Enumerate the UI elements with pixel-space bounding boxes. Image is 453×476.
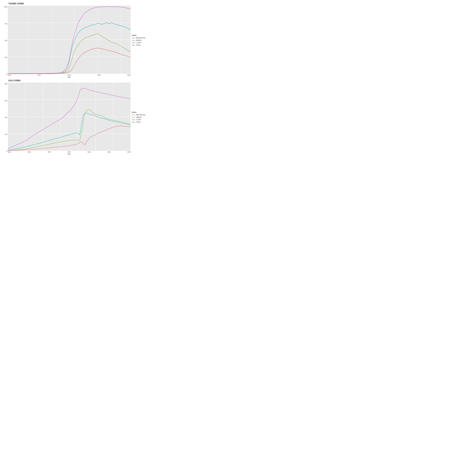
young-coins-area: YOUNG COINS 1000 750 500 250 0 [1, 2, 131, 78]
x-tick: 2016 [48, 151, 51, 153]
legend-line-simple [132, 40, 135, 41]
x-tick: 2020 [127, 74, 131, 76]
young-coins-x-ticks: 2016 2017 2018 2019 2020 [8, 74, 131, 76]
legend-label-one-cent-2: 1 CENT [136, 119, 141, 121]
young-coins-plot-and-x: 2016 2017 2018 2019 2020 Year [8, 6, 131, 78]
y-label: 750 [5, 23, 7, 25]
legend-label-total-2: TOTAL [136, 121, 141, 123]
old-coins-x-label: Year [68, 153, 71, 155]
legend-item-one-cent-2: 1 CENT [132, 119, 149, 121]
young-coins-legend: Series RESTRICTED SIMPLE 1 CENT TOTAL [131, 2, 150, 78]
legend-item-restricted-2: RESTRICTED [132, 114, 149, 116]
old-coins-x-axis: 2014 2015 2016 2017 2018 2019 2020 Year [8, 151, 131, 155]
young-coins-title: YOUNG COINS [8, 2, 131, 5]
old-coins-y-axis: 800 600 400 200 0 [1, 83, 8, 155]
old-coins-plot [8, 83, 131, 151]
x-tick: 2019 [98, 74, 101, 76]
y-label: 0 [6, 73, 7, 75]
legend-line-total [132, 45, 135, 45]
x-tick: 2016 [8, 74, 11, 76]
legend-label-restricted-2: RESTRICTED [136, 114, 145, 116]
old-coins-title: OLD COINS [8, 79, 131, 82]
young-coins-svg [8, 6, 131, 74]
legend-label-total: TOTAL [136, 44, 141, 46]
x-tick: 2020 [127, 151, 131, 153]
young-coins-legend-title: Series [132, 34, 149, 36]
old-coins-chart: OLD COINS 800 600 400 200 0 [1, 79, 150, 155]
legend-label-one-cent: 1 CENT [136, 42, 141, 44]
old-coins-plot-and-x: 2014 2015 2016 2017 2018 2019 2020 Year [8, 83, 131, 155]
legend-label-simple-2: SIMPLE [136, 117, 141, 118]
x-tick: 2019 [107, 151, 111, 153]
y-label: 800 [5, 83, 7, 85]
legend-item-simple-2: SIMPLE [132, 117, 149, 118]
x-tick: 2018 [68, 74, 71, 76]
legend-line-total-2 [132, 122, 135, 122]
old-coins-inner: 800 600 400 200 0 [1, 83, 131, 155]
legend-item-restricted: RESTRICTED [132, 37, 149, 39]
young-coins-plot [8, 6, 131, 74]
y-label: 500 [5, 40, 7, 41]
young-coins-x-label: Year [68, 76, 71, 78]
y-label: 0 [6, 150, 7, 152]
old-coins-legend-title: Series [132, 111, 149, 113]
young-coins-chart: YOUNG COINS 1000 750 500 250 0 [1, 2, 150, 78]
legend-item-total-2: TOTAL [132, 121, 149, 123]
x-tick: 2015 [28, 151, 31, 153]
legend-item-simple: SIMPLE [132, 40, 149, 41]
old-coins-svg [8, 83, 131, 151]
legend-item-one-cent: 1 CENT [132, 42, 149, 44]
old-coins-x-ticks: 2014 2015 2016 2017 2018 2019 2020 [8, 151, 131, 153]
x-tick: 2017 [38, 74, 41, 76]
y-label: 400 [5, 117, 7, 118]
y-label: 600 [5, 100, 7, 102]
legend-item-total: TOTAL [132, 44, 149, 46]
y-label: 200 [5, 134, 7, 135]
young-coins-inner: 1000 750 500 250 0 [1, 6, 131, 78]
x-tick: 2014 [8, 151, 11, 153]
x-tick: 2017 [68, 151, 71, 153]
legend-label-restricted: RESTRICTED [136, 37, 145, 39]
young-coins-y-axis: 1000 750 500 250 0 [1, 6, 8, 78]
legend-line-one-cent-2 [132, 120, 135, 120]
y-label: 1000 [4, 6, 7, 8]
legend-label-simple: SIMPLE [136, 40, 141, 41]
legend-line-simple-2 [132, 117, 135, 117]
legend-line-one-cent [132, 43, 135, 43]
y-label: 250 [5, 57, 7, 58]
legend-line-restricted-2 [132, 115, 135, 115]
legend-line-restricted [132, 38, 135, 38]
young-coins-x-axis: 2016 2017 2018 2019 2020 Year [8, 74, 131, 78]
x-tick: 2018 [87, 151, 91, 153]
old-coins-area: OLD COINS 800 600 400 200 0 [1, 79, 131, 155]
old-coins-legend: Series RESTRICTED SIMPLE 1 CENT TOTAL [131, 79, 150, 155]
